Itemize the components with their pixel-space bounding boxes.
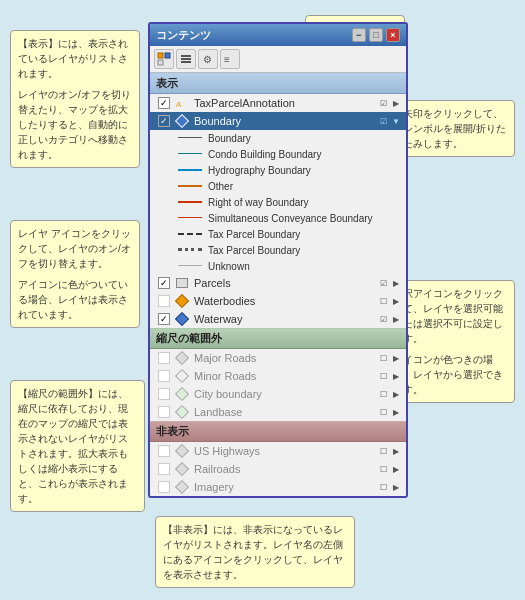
parcels-icon (174, 276, 190, 290)
waterway-name: Waterway (194, 313, 377, 325)
sub-layer-tax-parcel[interactable]: Tax Parcel Boundary (150, 226, 406, 242)
parcel-boundaries-checkbox[interactable]: ✓ (158, 115, 170, 127)
us-highways-checkbox[interactable] (158, 445, 170, 457)
city-boundary-name: City boundary (194, 388, 377, 400)
layer-imagery[interactable]: Imagery ☐ ▶ (150, 478, 406, 496)
tooltip-bottom-note: 【非表示】には、非表示になっているレイヤがリストされます。レイヤ名の左側にあるア… (155, 516, 355, 588)
major-roads-icon (174, 351, 190, 365)
layer-major-roads[interactable]: Major Roads ☐ ▶ (150, 349, 406, 367)
landbase-select-icon[interactable]: ☐ (377, 406, 389, 418)
svg-text:≡: ≡ (224, 54, 230, 65)
parcel-boundaries-expand-icon[interactable]: ▼ (390, 115, 402, 127)
railroads-name: Railroads (194, 463, 377, 475)
major-roads-expand-icon[interactable]: ▶ (390, 352, 402, 364)
panel-titlebar: コンテンツ − □ × (150, 24, 406, 46)
waterbodies-select-icon[interactable]: ☐ (377, 295, 389, 307)
toolbar-btn-2[interactable] (176, 49, 196, 69)
parcel-boundaries-select-icon[interactable]: ☑ (377, 115, 389, 127)
sub-layer-hydro[interactable]: Hydrography Boundary (150, 162, 406, 178)
waterway-checkbox[interactable]: ✓ (158, 313, 170, 325)
sub-layer-tax-parcel-2[interactable]: Tax Parcel Boundary (150, 242, 406, 258)
landbase-icon (174, 405, 190, 419)
city-boundary-expand-icon[interactable]: ▶ (390, 388, 402, 400)
sub-layer-condo[interactable]: Condo Building Boundary (150, 146, 406, 162)
toolbar-btn-4[interactable]: ≡ (220, 49, 240, 69)
minor-roads-expand-icon[interactable]: ▶ (390, 370, 402, 382)
taxparcel-expand-icon[interactable]: ▶ (390, 97, 402, 109)
city-boundary-select-icon[interactable]: ☐ (377, 388, 389, 400)
layer-item-parcel-boundaries[interactable]: ✓ Boundary ☑ ▼ (150, 112, 406, 130)
parcels-name: Parcels (194, 277, 377, 289)
sub-layer-other[interactable]: Other (150, 178, 406, 194)
us-highways-expand-icon[interactable]: ▶ (390, 445, 402, 457)
major-roads-checkbox[interactable] (158, 352, 170, 364)
outscale-section-header: 縮尺の範囲外 (150, 328, 406, 349)
minor-roads-select-icon[interactable]: ☐ (377, 370, 389, 382)
landbase-expand-icon[interactable]: ▶ (390, 406, 402, 418)
minor-roads-checkbox[interactable] (158, 370, 170, 382)
sub-row-name: Right of way Boundary (208, 197, 309, 208)
us-highways-select-icon[interactable]: ☐ (377, 445, 389, 457)
layer-minor-roads[interactable]: Minor Roads ☐ ▶ (150, 367, 406, 385)
waterbodies-expand-icon[interactable]: ▶ (390, 295, 402, 307)
imagery-icon (174, 480, 190, 494)
sub-layer-simultaneous[interactable]: Simultaneous Conveyance Boundary (150, 210, 406, 226)
parcels-expand-icon[interactable]: ▶ (390, 277, 402, 289)
landbase-checkbox[interactable] (158, 406, 170, 418)
layer-item-waterway[interactable]: ✓ Waterway ☑ ▶ (150, 310, 406, 328)
major-roads-select-icon[interactable]: ☐ (377, 352, 389, 364)
imagery-expand-icon[interactable]: ▶ (390, 481, 402, 493)
layer-landbase[interactable]: Landbase ☐ ▶ (150, 403, 406, 421)
toolbar-btn-1[interactable] (154, 49, 174, 69)
parcels-checkbox[interactable]: ✓ (158, 277, 170, 289)
parcel-boundaries-name: Boundary (194, 115, 377, 127)
close-button[interactable]: × (386, 28, 400, 42)
non-display-label: 非表示 (156, 425, 189, 437)
layer-item-parcels[interactable]: ✓ Parcels ☑ ▶ (150, 274, 406, 292)
svg-rect-3 (181, 55, 191, 57)
waterway-expand-icon[interactable]: ▶ (390, 313, 402, 325)
svg-text:⚙: ⚙ (203, 54, 212, 65)
sub-layer-row[interactable]: Right of way Boundary (150, 194, 406, 210)
layer-item-waterbodies[interactable]: Waterbodies ☐ ▶ (150, 292, 406, 310)
layer-city-boundary[interactable]: City boundary ☐ ▶ (150, 385, 406, 403)
layer-railroads[interactable]: Railroads ☐ ▶ (150, 460, 406, 478)
sub-simul-name: Simultaneous Conveyance Boundary (208, 213, 373, 224)
sub-layer-unknown[interactable]: Unknown (150, 258, 406, 274)
railroads-select-icon[interactable]: ☐ (377, 463, 389, 475)
railroads-expand-icon[interactable]: ▶ (390, 463, 402, 475)
taxparcel-checkbox[interactable]: ✓ (158, 97, 170, 109)
svg-rect-0 (158, 53, 163, 58)
tooltip-bottom-left: 【縮尺の範囲外】には、縮尺に依存しており、現在のマップの縮尺では表示されないレイ… (10, 380, 145, 512)
imagery-checkbox[interactable] (158, 481, 170, 493)
sub-condo-name: Condo Building Boundary (208, 149, 321, 160)
panel-title: コンテンツ (156, 28, 211, 43)
taxparcel-select-icon[interactable]: ☑ (377, 97, 389, 109)
maximize-button[interactable]: □ (369, 28, 383, 42)
parcels-select-icon[interactable]: ☑ (377, 277, 389, 289)
minor-roads-icon (174, 369, 190, 383)
railroads-checkbox[interactable] (158, 463, 170, 475)
svg-rect-2 (158, 60, 163, 65)
sub-unknown-name: Unknown (208, 261, 250, 272)
sub-layer-boundary[interactable]: Boundary (150, 130, 406, 146)
waterbodies-icon (174, 294, 190, 308)
minor-roads-name: Minor Roads (194, 370, 377, 382)
parcel-boundaries-icon (174, 114, 190, 128)
tooltip-top-left: 【表示】には、表示されているレイヤがリストされます。 レイヤのオン/オフを切り替… (10, 30, 140, 168)
imagery-select-icon[interactable]: ☐ (377, 481, 389, 493)
toolbar-btn-3[interactable]: ⚙ (198, 49, 218, 69)
city-boundary-checkbox[interactable] (158, 388, 170, 400)
sub-other-name: Other (208, 181, 233, 192)
major-roads-name: Major Roads (194, 352, 377, 364)
svg-text:A: A (176, 100, 182, 109)
layer-us-highways[interactable]: US Highways ☐ ▶ (150, 442, 406, 460)
waterway-icon (174, 312, 190, 326)
minimize-button[interactable]: − (352, 28, 366, 42)
taxparcel-name: TaxParcelAnnotation (194, 97, 377, 109)
imagery-name: Imagery (194, 481, 377, 493)
svg-rect-1 (165, 53, 170, 58)
layer-item-taxparcel[interactable]: ✓ A TaxParcelAnnotation ☑ ▶ (150, 94, 406, 112)
waterway-select-icon[interactable]: ☑ (377, 313, 389, 325)
waterbodies-checkbox[interactable] (158, 295, 170, 307)
